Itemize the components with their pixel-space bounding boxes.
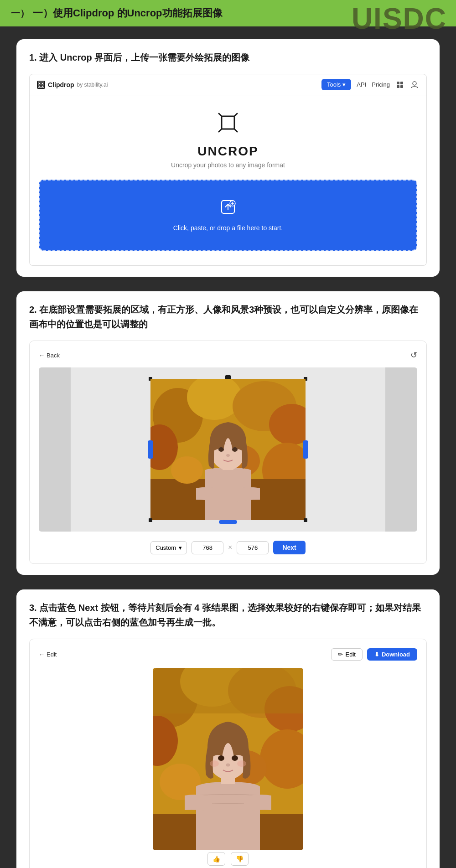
uncrop-title: UNCROP [39, 144, 417, 159]
result-container [39, 668, 417, 852]
thumb-buttons: 👍 👎 [39, 852, 417, 866]
step3-action-buttons: ✏ Edit ⬇ Download [331, 648, 417, 661]
step2-content: ← Back ↺ [29, 341, 427, 564]
svg-rect-6 [397, 85, 399, 88]
step3-title: 3. 点击蓝色 Next 按钮，等待片刻后会有 4 张结果图，选择效果较好的右键… [29, 600, 427, 630]
left-arrow-icon2: ← [39, 651, 45, 658]
svg-rect-5 [400, 82, 403, 84]
svg-point-44 [237, 760, 246, 767]
svg-rect-1 [41, 83, 43, 84]
svg-rect-4 [397, 82, 399, 84]
svg-point-26 [226, 454, 230, 457]
pricing-link[interactable]: Pricing [372, 81, 390, 88]
pencil-icon: ✏ [338, 651, 343, 658]
svg-point-24 [218, 447, 224, 452]
crop-nav: ← Back ↺ [39, 350, 417, 360]
uncrop-icon [39, 110, 417, 140]
side-panel-left [39, 367, 71, 532]
step2-title: 2. 在底部设置需要拓展的区域，有正方形、人像和风景3种预设，也可以自定义分辨率… [29, 302, 427, 331]
chevron-icon: ▾ [179, 544, 182, 551]
clipdrop-brand: Clipdrop [48, 81, 74, 88]
download-icon: ⬇ [374, 651, 379, 658]
api-link[interactable]: API [357, 81, 366, 88]
crop-image-frame[interactable] [150, 379, 306, 520]
handle-corner-bl[interactable] [149, 518, 152, 522]
user-icon[interactable] [410, 80, 419, 89]
uncrop-subtitle: Uncrop your photos to any image format [39, 161, 417, 169]
controls-bar: Custom ▾ × Next [39, 541, 417, 554]
width-input[interactable] [192, 541, 223, 554]
back-button[interactable]: ← Back [39, 352, 60, 359]
svg-point-43 [210, 760, 219, 767]
svg-rect-0 [39, 83, 41, 84]
handle-bottom[interactable] [219, 520, 237, 524]
result-image [153, 668, 303, 850]
svg-point-40 [218, 755, 224, 761]
preset-select[interactable]: Custom ▾ [150, 541, 187, 554]
edit-button[interactable]: ✏ Edit [331, 648, 362, 661]
upload-text: Click, paste, or drop a file here to sta… [173, 224, 283, 232]
clipdrop-by: by stability.ai [77, 82, 108, 88]
step1-title: 1. 进入 Uncrop 界面后，上传一张需要外绘拓展的图像 [29, 50, 427, 65]
svg-point-20 [171, 456, 203, 484]
svg-rect-9 [222, 116, 234, 129]
tools-button[interactable]: Tools ▾ [321, 79, 351, 90]
separator: × [228, 543, 232, 552]
height-input[interactable] [237, 541, 269, 554]
step2-card: 2. 在底部设置需要拓展的区域，有正方形、人像和风景3种预设，也可以自定义分辨率… [16, 291, 440, 575]
grid-icon[interactable] [395, 80, 404, 89]
clipdrop-nav: Clipdrop by stability.ai Tools ▾ API Pri… [29, 74, 427, 95]
svg-point-8 [413, 82, 416, 85]
svg-point-42 [226, 764, 230, 767]
left-arrow-icon: ← [39, 352, 45, 359]
svg-rect-7 [400, 85, 403, 88]
uncrop-section: UNCROP Uncrop your photos to any image f… [29, 95, 427, 266]
step3-content: ← Edit ✏ Edit ⬇ Download [29, 639, 427, 868]
thumbdown-button[interactable]: 👎 [231, 852, 249, 866]
svg-point-25 [232, 447, 238, 452]
step3-card: 3. 点击蓝色 Next 按钮，等待片刻后会有 4 张结果图，选择效果较好的右键… [16, 589, 440, 868]
crop-image [150, 379, 306, 520]
step1-card: 1. 进入 Uncrop 界面后，上传一张需要外绘拓展的图像 Clipdrop … [16, 39, 440, 277]
svg-rect-3 [41, 85, 43, 87]
handle-left[interactable] [148, 440, 153, 459]
header-bar: 一） 一）使用Clipdrop 的Uncrop功能拓展图像 [0, 0, 456, 26]
step3-back-button[interactable]: ← Edit [39, 651, 57, 658]
svg-point-41 [232, 755, 238, 761]
header-label: 一）使用Clipdrop 的Uncrop功能拓展图像 [33, 6, 223, 20]
handle-right[interactable] [303, 440, 308, 459]
arrow-icon: 一） [11, 7, 29, 20]
svg-rect-2 [39, 85, 41, 87]
handle-corner-br[interactable] [304, 518, 307, 522]
side-panel-right [385, 367, 417, 532]
upload-icon [220, 199, 236, 219]
step3-nav: ← Edit ✏ Edit ⬇ Download [39, 648, 417, 661]
clipdrop-logo: Clipdrop by stability.ai [37, 81, 108, 89]
next-button[interactable]: Next [273, 541, 305, 554]
chevron-down-icon: ▾ [342, 81, 346, 88]
main-content: 1. 进入 Uncrop 界面后，上传一张需要外绘拓展的图像 Clipdrop … [0, 26, 456, 868]
rotate-icon[interactable]: ↺ [410, 350, 417, 360]
clipdrop-logo-icon [37, 81, 45, 89]
svg-rect-36 [153, 668, 303, 713]
crop-area [39, 367, 417, 532]
upload-zone[interactable]: Click, paste, or drop a file here to sta… [39, 180, 417, 251]
thumbup-button[interactable]: 👍 [207, 852, 225, 866]
download-button[interactable]: ⬇ Download [367, 648, 417, 661]
